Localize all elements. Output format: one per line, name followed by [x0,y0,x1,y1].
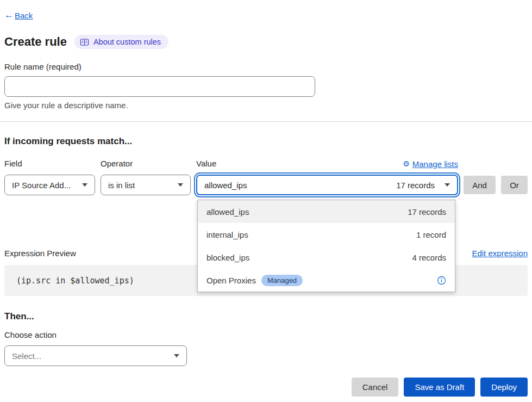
list-option-name: allowed_ips [206,207,249,217]
list-option-name: Open Proxies [206,276,256,285]
operator-select-value: is in list [108,181,135,190]
list-option-blocked-ips[interactable]: blocked_ips 4 records [198,246,455,269]
back-link-label: Back [15,11,33,20]
gear-icon: ⚙ [403,159,410,168]
field-select-value: IP Source Add... [12,181,71,190]
value-label: Value [196,159,216,168]
rule-name-helper: Give your rule a descriptive name. [4,101,528,110]
back-arrow-icon: ← [4,10,14,21]
expression-preview-label: Expression Preview [4,249,76,258]
chevron-down-icon [82,183,87,187]
edit-expression-link[interactable]: Edit expression [472,249,528,258]
value-combobox[interactable]: allowed_ips 17 records [196,175,458,195]
operator-select[interactable]: is in list [101,175,191,195]
value-column: Value ⚙ Manage lists allowed_ips 17 reco… [196,159,458,195]
list-option-detail: 4 records [412,253,446,262]
chevron-down-icon [445,183,450,187]
cancel-button[interactable]: Cancel [352,378,399,397]
list-option-detail: 1 record [416,230,446,239]
chevron-down-icon [178,183,183,187]
value-combobox-value: allowed_ips [204,181,247,190]
list-dropdown-panel: allowed_ips 17 records internal_ips 1 re… [197,200,455,292]
about-custom-rules-link[interactable]: About custom rules [74,35,168,49]
operator-column: Operator is in list [101,159,191,195]
book-icon [80,38,89,46]
list-option-name: internal_ips [206,230,248,239]
title-row: Create rule About custom rules [4,35,528,49]
deploy-button[interactable]: Deploy [480,378,528,397]
rule-name-label: Rule name (required) [4,62,528,71]
field-select[interactable]: IP Source Add... [4,175,95,195]
page-title: Create rule [4,35,67,49]
action-select-placeholder: Select... [12,351,41,361]
value-records-count: 17 records [396,181,435,190]
expression-code: (ip.src in $allowed_ips) [16,276,134,286]
list-option-detail: 17 records [408,207,446,217]
list-option-name: blocked_ips [206,253,249,262]
match-condition-row: Field IP Source Add... Operator is in li… [4,159,528,195]
and-button[interactable]: And [464,176,496,194]
info-icon[interactable] [437,276,446,285]
chevron-down-icon [174,354,179,357]
field-label: Field [4,159,22,168]
manage-lists-link[interactable]: ⚙ Manage lists [403,159,458,169]
back-link[interactable]: ← Back [4,10,528,21]
manage-lists-label: Manage lists [412,159,458,169]
list-option-internal-ips[interactable]: internal_ips 1 record [198,223,455,246]
list-option-allowed-ips[interactable]: allowed_ips 17 records [198,200,455,223]
about-badge-label: About custom rules [93,38,161,46]
footer-actions: Cancel Save as Draft Deploy [4,378,528,397]
section-divider [0,121,532,122]
create-rule-page: ← Back Create rule About custom rules Ru… [0,0,532,397]
rule-name-input[interactable] [4,76,315,97]
match-section-heading: If incoming requests match... [4,136,528,147]
action-select[interactable]: Select... [4,345,187,366]
list-option-open-proxies[interactable]: Open Proxies Managed [198,269,455,292]
then-section-heading: Then... [4,311,528,322]
operator-label: Operator [101,159,133,168]
managed-badge: Managed [261,275,303,286]
choose-action-label: Choose action [4,330,528,339]
save-as-draft-button[interactable]: Save as Draft [404,378,475,397]
or-button[interactable]: Or [501,176,528,194]
field-column: Field IP Source Add... [4,159,95,195]
